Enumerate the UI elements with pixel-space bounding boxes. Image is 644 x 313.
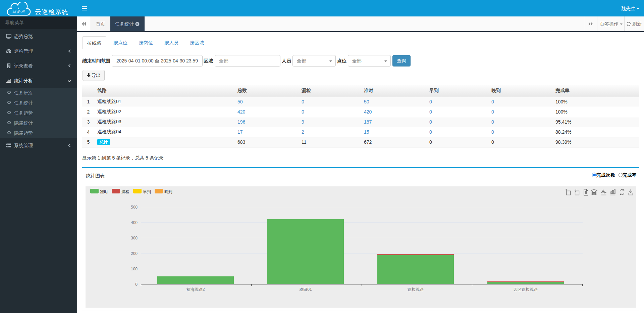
svg-text:我爱巡: 我爱巡 bbox=[12, 9, 25, 13]
